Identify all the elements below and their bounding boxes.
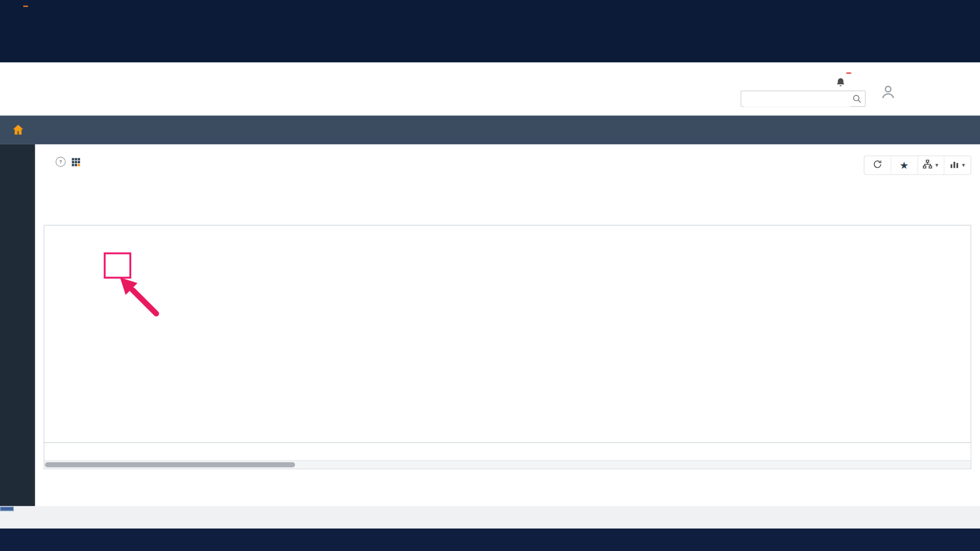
chevron-down-icon: ▼ [961, 162, 966, 168]
screen: ? ★ ▼ ▼ [0, 0, 980, 551]
chart-view-button[interactable]: ▼ [944, 156, 970, 174]
hierarchy-icon [922, 159, 933, 171]
taskbar-blurred [0, 529, 980, 551]
browser-chrome-decor [0, 0, 980, 62]
annotation-arrow [114, 275, 164, 319]
status-bar-link-preview [0, 507, 14, 511]
star-icon: ★ [900, 160, 909, 170]
search-icon[interactable] [852, 94, 862, 104]
search-input[interactable] [744, 92, 850, 107]
main-navbar [0, 116, 980, 144]
bell-icon[interactable] [835, 77, 846, 88]
user-avatar-icon[interactable] [880, 84, 896, 100]
favorite-button[interactable]: ★ [891, 156, 917, 174]
grid-view-icon[interactable] [71, 157, 81, 166]
help-icon[interactable]: ? [56, 157, 66, 167]
net-total-row [44, 442, 971, 461]
svg-text:?: ? [59, 159, 62, 164]
notification-badge[interactable] [846, 72, 851, 73]
home-tab[interactable] [0, 116, 36, 144]
left-sidebar [0, 144, 35, 506]
home-icon [11, 123, 24, 137]
header-search-box [741, 91, 866, 107]
app-header [0, 62, 980, 115]
view-toolbar: ★ ▼ ▼ [864, 156, 971, 175]
refresh-icon [872, 159, 883, 171]
title-row: ? [50, 157, 81, 167]
horizontal-scrollbar[interactable] [44, 460, 971, 468]
taskbar-decor [0, 529, 980, 551]
filter-count-badge [23, 6, 28, 7]
scrollbar-thumb[interactable] [45, 462, 295, 467]
refresh-button[interactable] [864, 156, 890, 174]
bar-chart-icon [949, 159, 960, 171]
hierarchy-view-button[interactable]: ▼ [917, 156, 944, 174]
browser-chrome-blurred [0, 0, 980, 62]
chevron-down-icon: ▼ [934, 162, 939, 168]
